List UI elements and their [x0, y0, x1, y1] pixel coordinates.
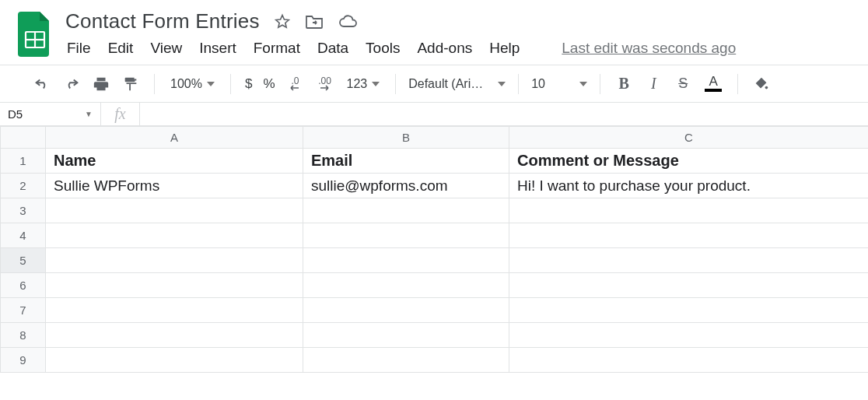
menu-data[interactable]: Data: [317, 40, 348, 57]
zoom-value: 100%: [170, 77, 202, 91]
text-color-button[interactable]: A: [705, 76, 722, 92]
row-header-8[interactable]: 8: [1, 323, 46, 348]
column-header-B[interactable]: B: [303, 127, 509, 149]
menu-edit[interactable]: Edit: [108, 40, 134, 57]
row-header-9[interactable]: 9: [1, 348, 46, 373]
paint-format-button[interactable]: [120, 72, 142, 96]
increase-decimal-button[interactable]: .00: [314, 72, 336, 96]
cell-A2-value: Sullie WPForms: [46, 174, 303, 198]
cell-B8[interactable]: [303, 323, 509, 348]
row-header-3[interactable]: 3: [1, 198, 46, 223]
row-header-2[interactable]: 2: [1, 174, 46, 198]
cell-A2[interactable]: Sullie WPForms: [46, 174, 303, 198]
undo-button[interactable]: [31, 72, 53, 96]
cell-A8[interactable]: [46, 323, 303, 348]
menu-addons[interactable]: Add-ons: [417, 40, 472, 57]
cell-A9[interactable]: [46, 348, 303, 373]
cell-C7[interactable]: [509, 298, 869, 323]
cell-B3[interactable]: [303, 198, 509, 223]
cell-B9[interactable]: [303, 348, 509, 373]
cell-C4[interactable]: [509, 223, 869, 248]
cell-C2-value: Hi! I want to purchase your product.: [509, 174, 868, 198]
cell-C2[interactable]: Hi! I want to purchase your product.: [509, 174, 869, 198]
cell-C9[interactable]: [509, 348, 869, 373]
row-header-5[interactable]: 5: [1, 248, 46, 273]
menu-format[interactable]: Format: [254, 40, 300, 57]
document-title[interactable]: Contact Form Entries: [65, 9, 260, 33]
menu-bar: File Edit View Insert Format Data Tools …: [65, 33, 856, 65]
menu-file[interactable]: File: [67, 40, 91, 57]
menu-tools[interactable]: Tools: [366, 40, 400, 57]
cell-A7[interactable]: [46, 298, 303, 323]
text-color-underline: [705, 89, 722, 92]
cell-B2[interactable]: sullie@wpforms.com: [303, 174, 509, 198]
row-header-6[interactable]: 6: [1, 273, 46, 298]
move-to-folder-icon[interactable]: [305, 13, 324, 30]
decrease-decimal-label: .0: [292, 77, 299, 85]
cell-B6[interactable]: [303, 273, 509, 298]
more-formats-dropdown[interactable]: 123: [344, 77, 383, 91]
toolbar: 100% $ % .0 .00 123 Default (Ari… 10: [0, 65, 868, 103]
row-header-4[interactable]: 4: [1, 223, 46, 248]
sheets-logo[interactable]: [16, 9, 54, 59]
italic-button[interactable]: I: [642, 72, 664, 96]
select-all-corner[interactable]: [1, 127, 46, 149]
decrease-decimal-button[interactable]: .0: [285, 72, 306, 96]
menu-insert[interactable]: Insert: [199, 40, 236, 57]
menu-help[interactable]: Help: [489, 40, 520, 57]
font-family-value: Default (Ari…: [408, 77, 483, 91]
cell-B4[interactable]: [303, 223, 509, 248]
fx-icon: fx: [101, 103, 140, 125]
name-box-value: D5: [8, 107, 23, 121]
cell-A1-value: Name: [46, 149, 303, 173]
format-currency-button[interactable]: $: [243, 76, 254, 92]
print-button[interactable]: [90, 72, 112, 96]
spreadsheet-grid[interactable]: A B C 1 Name Email Comment or Message 2 …: [0, 126, 868, 373]
star-icon[interactable]: [274, 13, 291, 30]
chevron-down-icon: ▼: [85, 110, 93, 118]
formula-input[interactable]: [140, 103, 868, 125]
row-header-1[interactable]: 1: [1, 149, 46, 174]
strikethrough-button[interactable]: S: [672, 72, 694, 96]
cell-A3[interactable]: [46, 198, 303, 223]
increase-decimal-label: .00: [318, 77, 331, 85]
cell-A6[interactable]: [46, 273, 303, 298]
cell-C5[interactable]: [509, 248, 869, 273]
fill-color-button[interactable]: [751, 72, 772, 96]
cell-B7[interactable]: [303, 298, 509, 323]
font-family-dropdown[interactable]: Default (Ari…: [408, 77, 506, 91]
font-size-dropdown[interactable]: 10: [531, 77, 587, 91]
cell-A4[interactable]: [46, 223, 303, 248]
column-header-C[interactable]: C: [509, 127, 869, 149]
column-header-A[interactable]: A: [46, 127, 303, 149]
cell-C1-value: Comment or Message: [509, 149, 868, 173]
format-percent-button[interactable]: %: [261, 76, 276, 92]
bold-button[interactable]: B: [613, 72, 635, 96]
cell-C3[interactable]: [509, 198, 869, 223]
cell-C6[interactable]: [509, 273, 869, 298]
redo-button[interactable]: [61, 72, 82, 96]
more-formats-label: 123: [347, 77, 368, 91]
cell-B1-value: Email: [303, 149, 509, 173]
cell-C1[interactable]: Comment or Message: [509, 149, 869, 174]
svg-point-3: [765, 86, 768, 89]
text-color-letter: A: [709, 76, 718, 87]
cell-B5[interactable]: [303, 248, 509, 273]
cell-C8[interactable]: [509, 323, 869, 348]
cell-A5[interactable]: [46, 248, 303, 273]
cloud-status-icon[interactable]: [338, 13, 358, 30]
font-size-value: 10: [531, 77, 545, 91]
name-box[interactable]: D5 ▼: [0, 103, 101, 125]
zoom-dropdown[interactable]: 100%: [167, 77, 218, 91]
cell-B2-value: sullie@wpforms.com: [303, 174, 509, 198]
last-edit-link[interactable]: Last edit was seconds ago: [562, 40, 736, 57]
cell-A1[interactable]: Name: [46, 149, 303, 174]
menu-view[interactable]: View: [150, 40, 182, 57]
row-header-7[interactable]: 7: [1, 298, 46, 323]
cell-B1[interactable]: Email: [303, 149, 509, 174]
